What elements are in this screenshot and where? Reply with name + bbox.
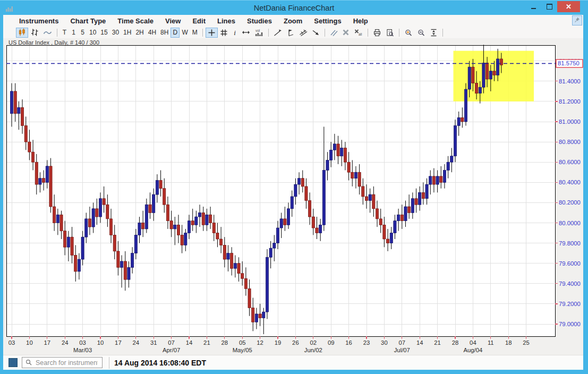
svg-text:i: i [234, 29, 236, 37]
toolbar-separator [268, 29, 269, 37]
svg-text:81.0000: 81.0000 [559, 118, 581, 125]
menu-zoom[interactable]: Zoom [284, 17, 302, 25]
svg-text:17: 17 [115, 339, 122, 346]
statusbar: 14 Aug 2014 16:08:40 EDT [3, 355, 583, 370]
parallel-lines-button[interactable] [328, 28, 340, 38]
timescale-button-W[interactable]: W [180, 28, 190, 38]
svg-text:04: 04 [470, 339, 476, 346]
timescale-button-2H[interactable]: 2H [133, 28, 146, 38]
toolbar: T151015301H2H4H8HDWMivolall [3, 27, 583, 38]
menu-edit[interactable]: Edit [192, 17, 206, 25]
svg-text:Mar/03: Mar/03 [73, 347, 92, 353]
trendline-button[interactable] [271, 28, 284, 38]
svg-text:79.8000: 79.8000 [559, 240, 581, 246]
candlestick-chart-icon [18, 28, 26, 37]
zoom-in-button[interactable] [402, 28, 415, 38]
timescale-button-1H[interactable]: 1H [121, 28, 133, 38]
svg-text:79.2000: 79.2000 [559, 301, 581, 307]
menu-settings[interactable]: Settings [314, 17, 341, 25]
arrow-annotation-button[interactable] [310, 28, 322, 38]
print-preview-icon [386, 29, 394, 37]
timescale-button-8H[interactable]: 8H [158, 28, 171, 38]
delete-study-button[interactable] [340, 28, 352, 38]
minimize-button[interactable] [525, 1, 541, 12]
crosshair-button[interactable] [206, 28, 218, 38]
svg-text:03: 03 [79, 339, 86, 346]
timescale-button-15[interactable]: 15 [98, 28, 109, 38]
menu-view[interactable]: View [165, 17, 181, 25]
svg-text:26: 26 [292, 339, 299, 346]
print-button[interactable] [371, 28, 384, 38]
timescale-button-5[interactable]: 5 [78, 28, 87, 38]
svg-text:21: 21 [203, 339, 210, 346]
svg-text:Jun/02: Jun/02 [304, 347, 322, 353]
arrow-annotation-icon [312, 29, 320, 37]
chart-canvas[interactable]: 81.600081.400081.200081.000080.800080.60… [3, 38, 583, 355]
menu-time-scale[interactable]: Time Scale [117, 17, 154, 25]
crosshair-icon [208, 29, 216, 37]
svg-text:Aug/04: Aug/04 [463, 347, 482, 353]
svg-text:16: 16 [345, 339, 352, 346]
svg-text:17: 17 [44, 339, 51, 346]
line-chart-button[interactable] [41, 28, 54, 38]
svg-text:25: 25 [523, 339, 530, 346]
svg-text:14: 14 [186, 339, 193, 346]
search-input[interactable] [35, 359, 99, 367]
zoom-out-button[interactable] [415, 28, 428, 38]
timescale-button-1[interactable]: 1 [69, 28, 78, 38]
fit-vertical-button[interactable] [428, 28, 440, 38]
vertical-trendline-icon [286, 29, 295, 37]
toolbar-separator [202, 29, 203, 37]
parallel-channel-icon [299, 29, 308, 37]
svg-text:10: 10 [97, 339, 104, 346]
timescale-button-10[interactable]: 10 [87, 28, 98, 38]
print-preview-button[interactable] [384, 28, 396, 38]
close-icon: ✕ [566, 3, 572, 11]
grid-button[interactable] [218, 28, 230, 38]
svg-text:all: all [359, 32, 362, 36]
svg-text:80.2000: 80.2000 [559, 199, 581, 206]
bar-chart-icon [30, 28, 39, 37]
search-box [22, 357, 103, 368]
svg-text:09: 09 [328, 339, 335, 346]
horizontal-resize-button[interactable] [240, 28, 252, 38]
info-button[interactable]: i [230, 28, 240, 38]
window-title: NetDania FinanceChart [0, 1, 588, 15]
instrument-color-swatch[interactable] [8, 358, 18, 367]
menu-lines[interactable]: Lines [217, 17, 235, 25]
menu-chart-type[interactable]: Chart Type [70, 17, 106, 25]
svg-text:vol: vol [255, 29, 260, 32]
volume-icon: vol [254, 29, 263, 37]
svg-text:02: 02 [310, 339, 317, 346]
maximize-button[interactable] [541, 1, 557, 12]
close-button[interactable]: ✕ [557, 1, 580, 12]
svg-text:May/05: May/05 [233, 347, 252, 353]
menu-instruments[interactable]: Instruments [19, 17, 58, 25]
parallel-channel-button[interactable] [297, 28, 310, 38]
menu-help[interactable]: Help [353, 17, 368, 25]
print-icon [373, 29, 381, 37]
svg-text:14: 14 [416, 339, 423, 346]
timescale-button-4H[interactable]: 4H [146, 28, 158, 38]
volume-button[interactable]: vol [252, 28, 266, 38]
timescale-button-M[interactable]: M [190, 28, 200, 38]
svg-text:07: 07 [168, 339, 175, 346]
toolbar-separator [368, 29, 368, 37]
timescale-button-D[interactable]: D [171, 28, 180, 38]
menu-studies[interactable]: Studies [247, 17, 272, 25]
pin-toolbar-button[interactable] [572, 15, 582, 26]
candlestick-chart-button[interactable] [16, 28, 28, 38]
svg-text:Apr/07: Apr/07 [163, 347, 180, 353]
svg-text:21: 21 [434, 339, 441, 346]
vertical-trendline-button[interactable] [284, 28, 297, 38]
price-marker-value: 81.5750 [558, 60, 580, 66]
delete-all-button[interactable]: all [352, 28, 365, 38]
bar-chart-button[interactable] [28, 28, 41, 38]
delete-study-icon [342, 29, 350, 36]
parallel-lines-icon [330, 29, 338, 37]
svg-text:80.8000: 80.8000 [559, 139, 581, 145]
svg-text:80.6000: 80.6000 [559, 159, 581, 165]
timescale-button-30[interactable]: 30 [110, 28, 121, 38]
timescale-button-T[interactable]: T [60, 28, 69, 38]
svg-text:05: 05 [239, 339, 246, 346]
